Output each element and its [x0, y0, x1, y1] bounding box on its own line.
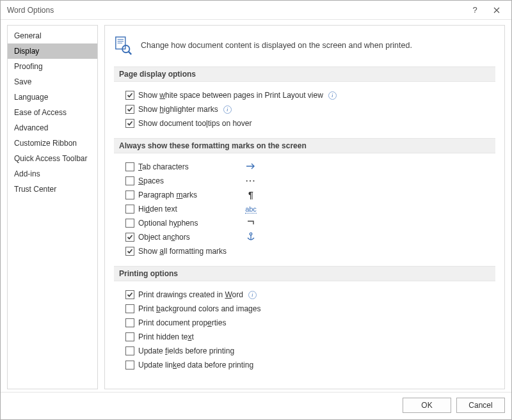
- option-row: Show all formatting marks: [125, 244, 494, 258]
- svg-point-6: [250, 233, 252, 235]
- info-icon[interactable]: i: [328, 91, 337, 100]
- checkbox[interactable]: [125, 247, 134, 256]
- format-symbol-icon: [238, 219, 264, 228]
- option-label[interactable]: Show all formatting marks: [138, 247, 234, 256]
- checkbox[interactable]: [125, 191, 134, 199]
- checkbox[interactable]: [125, 290, 134, 299]
- option-row: Optional hyphens: [125, 216, 494, 230]
- format-symbol-icon: ···: [238, 176, 264, 185]
- sidebar-item-save[interactable]: Save: [8, 74, 97, 89]
- sidebar-item-display[interactable]: Display: [8, 43, 97, 59]
- option-label[interactable]: Print drawings created in Word: [138, 290, 243, 299]
- option-label[interactable]: Hidden text: [138, 205, 234, 214]
- option-row: Update linked data before printing: [125, 358, 494, 372]
- sidebar-item-trust-center[interactable]: Trust Center: [8, 182, 97, 197]
- dialog-body: GeneralDisplayProofingSaveLanguageEase o…: [1, 20, 511, 392]
- sidebar-item-ease-of-access[interactable]: Ease of Access: [8, 105, 97, 120]
- option-label[interactable]: Update linked data before printing: [138, 361, 253, 369]
- option-label[interactable]: Tab characters: [138, 162, 234, 171]
- word-options-window: Word Options ? GeneralDisplayProofingSav…: [0, 0, 512, 420]
- checkbox[interactable]: [125, 219, 134, 228]
- option-row: Show highlighter marksi: [125, 102, 494, 116]
- section-page-display-list: Show white space between pages in Print …: [114, 88, 495, 134]
- option-row: Object anchors: [125, 230, 494, 244]
- section-page-display-head: Page display options: [114, 66, 495, 82]
- ok-button[interactable]: OK: [403, 398, 451, 413]
- checkbox[interactable]: [125, 361, 134, 369]
- option-label[interactable]: Spaces: [138, 176, 234, 185]
- option-label[interactable]: Print background colors and images: [138, 304, 260, 313]
- option-label[interactable]: Show document tooltips on hover: [138, 119, 252, 128]
- option-row: Print document properties: [125, 316, 494, 330]
- cancel-button[interactable]: Cancel: [456, 398, 505, 413]
- sidebar-item-proofing[interactable]: Proofing: [8, 59, 97, 74]
- option-row: Print drawings created in Wordi: [125, 288, 494, 302]
- option-label[interactable]: Show highlighter marks: [138, 105, 218, 114]
- checkbox[interactable]: [125, 318, 134, 327]
- checkbox[interactable]: [125, 119, 134, 128]
- option-row: Spaces···: [125, 174, 494, 188]
- option-label[interactable]: Print hidden text: [138, 332, 194, 341]
- sidebar-item-language[interactable]: Language: [8, 89, 97, 105]
- sidebar-item-add-ins[interactable]: Add-ins: [8, 166, 97, 182]
- checkbox[interactable]: [125, 233, 134, 242]
- section-formatting-list: Tab charactersSpaces···Paragraph marks¶H…: [114, 160, 495, 262]
- category-sidebar: GeneralDisplayProofingSaveLanguageEase o…: [7, 25, 98, 389]
- display-options-icon: [114, 36, 133, 55]
- option-label[interactable]: Object anchors: [138, 233, 234, 242]
- option-row: Print hidden text: [125, 330, 494, 344]
- sidebar-item-general[interactable]: General: [8, 28, 97, 43]
- close-icon: [493, 7, 500, 13]
- checkbox[interactable]: [125, 205, 134, 214]
- checkbox[interactable]: [125, 346, 134, 355]
- format-symbol-icon: ¶: [238, 190, 264, 200]
- content-header: Change how document content is displayed…: [114, 36, 495, 55]
- option-row: Show document tooltips on hover: [125, 116, 494, 130]
- svg-line-5: [129, 51, 132, 54]
- checkbox[interactable]: [125, 162, 134, 171]
- option-row: Update fields before printing: [125, 344, 494, 358]
- dialog-footer: OK Cancel: [1, 392, 511, 419]
- format-symbol-icon: abc: [238, 205, 264, 214]
- section-printing-list: Print drawings created in WordiPrint bac…: [114, 288, 495, 376]
- option-label[interactable]: Optional hyphens: [138, 219, 234, 228]
- option-row: Tab characters: [125, 160, 494, 174]
- option-row: Paragraph marks¶: [125, 188, 494, 202]
- option-row: Print background colors and images: [125, 302, 494, 316]
- option-label[interactable]: Print document properties: [138, 318, 226, 327]
- format-symbol-icon: [238, 162, 264, 171]
- option-label[interactable]: Show white space between pages in Print …: [138, 91, 323, 100]
- content-pane: Change how document content is displayed…: [104, 25, 505, 389]
- info-icon[interactable]: i: [223, 105, 232, 114]
- sidebar-item-customize-ribbon[interactable]: Customize Ribbon: [8, 136, 97, 151]
- option-label[interactable]: Update fields before printing: [138, 346, 234, 355]
- info-icon[interactable]: i: [248, 291, 257, 299]
- sidebar-item-quick-access-toolbar[interactable]: Quick Access Toolbar: [8, 151, 97, 166]
- section-formatting-head: Always show these formatting marks on th…: [114, 138, 495, 153]
- close-button[interactable]: [486, 3, 508, 18]
- sidebar-item-advanced[interactable]: Advanced: [8, 120, 97, 136]
- format-symbol-icon: [238, 232, 264, 243]
- titlebar: Word Options ?: [1, 1, 511, 20]
- checkbox[interactable]: [125, 332, 134, 341]
- option-row: Show white space between pages in Print …: [125, 88, 494, 102]
- section-printing-head: Printing options: [114, 266, 495, 281]
- option-label[interactable]: Paragraph marks: [138, 191, 234, 199]
- checkbox[interactable]: [125, 105, 134, 114]
- option-row: Hidden textabc: [125, 202, 494, 216]
- window-title: Word Options: [7, 6, 464, 15]
- checkbox[interactable]: [125, 304, 134, 313]
- checkbox[interactable]: [125, 91, 134, 100]
- content-description: Change how document content is displayed…: [141, 41, 412, 50]
- help-button[interactable]: ?: [464, 3, 486, 18]
- checkbox[interactable]: [125, 176, 134, 185]
